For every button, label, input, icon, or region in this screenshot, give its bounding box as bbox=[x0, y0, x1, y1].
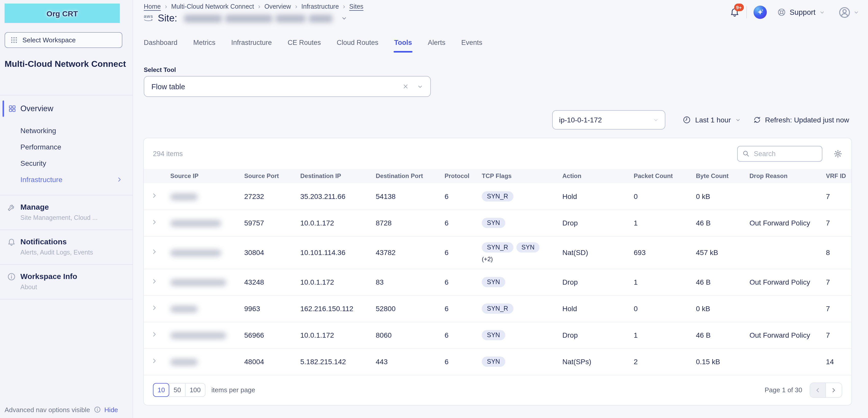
row-expand-icon[interactable] bbox=[151, 248, 158, 255]
breadcrumb-item-infrastructure[interactable]: Infrastructure bbox=[301, 3, 339, 10]
cell-destination-ip: 10.0.1.172 bbox=[292, 269, 368, 295]
page-size-100[interactable]: 100 bbox=[185, 383, 205, 397]
tab-infrastructure[interactable]: Infrastructure bbox=[231, 39, 272, 53]
cell-source-port: 48004 bbox=[236, 348, 292, 375]
support-menu[interactable]: Support bbox=[777, 8, 825, 17]
sidebar-item-performance[interactable]: Performance bbox=[0, 139, 132, 155]
column-header-source-port[interactable]: Source Port bbox=[236, 169, 292, 183]
column-header-packet-count[interactable]: Packet Count bbox=[626, 169, 688, 183]
tab-metrics[interactable]: Metrics bbox=[193, 39, 215, 53]
hide-nav-link[interactable]: Hide bbox=[104, 406, 118, 413]
site-name-redacted bbox=[184, 14, 332, 22]
column-header-destination-port[interactable]: Destination Port bbox=[368, 169, 436, 183]
sidebar-item-infrastructure[interactable]: Infrastructure bbox=[0, 171, 132, 188]
notifications-bell-icon[interactable]: 9+ bbox=[729, 7, 740, 17]
refresh-button[interactable]: Refresh: Updated just now bbox=[753, 116, 849, 124]
cell-protocol: 6 bbox=[436, 183, 474, 210]
section-title: Manage bbox=[21, 202, 127, 212]
cell-packet-count: 1 bbox=[626, 269, 688, 295]
column-header-source-ip[interactable]: Source IP bbox=[162, 169, 236, 183]
chevron-down-icon[interactable] bbox=[341, 15, 347, 22]
cell-action: Nat(SPs) bbox=[554, 348, 626, 375]
sidebar-divider bbox=[0, 95, 132, 95]
cell-vrf-id: 7 bbox=[818, 295, 851, 322]
tab-cloud-routes[interactable]: Cloud Routes bbox=[337, 39, 378, 53]
page-size-50[interactable]: 50 bbox=[169, 383, 186, 397]
tab-tools[interactable]: Tools bbox=[394, 39, 412, 53]
cell-destination-ip: 162.216.150.112 bbox=[292, 295, 368, 322]
sidebar-item-security[interactable]: Security bbox=[0, 155, 132, 171]
row-expand-icon[interactable] bbox=[151, 219, 158, 226]
column-header-drop-reason[interactable]: Drop Reason bbox=[741, 169, 818, 183]
section-title: Notifications bbox=[21, 237, 127, 247]
tool-select-value: Flow table bbox=[151, 82, 402, 91]
wrench-icon bbox=[7, 203, 16, 212]
header-actions: 9+ Support bbox=[729, 6, 859, 19]
cell-byte-count: 0 kB bbox=[688, 183, 741, 210]
column-header-vrf-id[interactable]: VRF ID bbox=[818, 169, 851, 183]
sidebar-item-notifications[interactable]: NotificationsAlerts, Audit Logs, Events bbox=[0, 230, 132, 264]
user-menu[interactable] bbox=[838, 6, 859, 19]
sidebar-item-overview[interactable]: Overview bbox=[0, 100, 132, 117]
cell-tcp-flags: SYN_RSYN(+2) bbox=[474, 236, 554, 269]
tcp-flag-badge: SYN bbox=[482, 330, 505, 340]
cell-tcp-flags: SYN bbox=[474, 322, 554, 348]
tab-ce-routes[interactable]: CE Routes bbox=[287, 39, 321, 53]
gear-icon[interactable] bbox=[833, 149, 842, 158]
column-header-action[interactable]: Action bbox=[554, 169, 626, 183]
row-expand-icon[interactable] bbox=[151, 358, 158, 364]
chevron-down-icon bbox=[853, 9, 859, 15]
next-page-button[interactable] bbox=[826, 383, 841, 397]
tab-alerts[interactable]: Alerts bbox=[428, 39, 445, 53]
sidebar-footer: Advanced nav options visible Hide bbox=[5, 406, 118, 413]
search-box bbox=[737, 146, 822, 161]
sidebar-item-workspace-info[interactable]: Workspace InfoAbout bbox=[0, 264, 132, 299]
sidebar-item-manage[interactable]: ManageSite Management, Cloud ... bbox=[0, 195, 132, 230]
tcp-flag-badge: SYN bbox=[482, 277, 505, 287]
tcp-flag-badge: SYN bbox=[482, 357, 505, 367]
column-header-protocol[interactable]: Protocol bbox=[436, 169, 474, 183]
cell-action: Nat(SD) bbox=[554, 236, 626, 269]
flow-table-card: 294 items Source IPSource PortDestinatio… bbox=[143, 138, 852, 405]
cell-source-port: 30804 bbox=[236, 236, 292, 269]
redacted-source-ip bbox=[170, 332, 226, 339]
expander-column-header bbox=[144, 169, 162, 183]
refresh-status: Refresh: Updated just now bbox=[765, 116, 849, 124]
row-expand-icon[interactable] bbox=[151, 192, 158, 199]
cell-destination-ip: 10.0.1.172 bbox=[292, 210, 368, 236]
items-per-page-label: items per page bbox=[211, 386, 765, 394]
org-button[interactable]: Org CRT bbox=[5, 4, 120, 23]
cell-drop-reason bbox=[741, 183, 818, 210]
breadcrumb-item-home[interactable]: Home bbox=[144, 3, 161, 10]
cell-protocol: 6 bbox=[436, 322, 474, 348]
cell-vrf-id: 8 bbox=[818, 236, 851, 269]
table-row: 9963162.216.150.112528006SYN_RHold00 kB7 bbox=[144, 295, 851, 322]
column-header-tcp-flags[interactable]: TCP Flags bbox=[474, 169, 554, 183]
select-workspace-button[interactable]: Select Workspace bbox=[5, 32, 122, 48]
row-expand-icon[interactable] bbox=[151, 304, 158, 311]
workspace-title: Multi-Cloud Network Connect bbox=[5, 58, 126, 70]
node-select[interactable]: ip-10-0-1-172 bbox=[552, 110, 665, 129]
select-workspace-label: Select Workspace bbox=[23, 36, 76, 44]
overview-subitems: NetworkingPerformanceSecurityInfrastruct… bbox=[0, 122, 132, 188]
cell-destination-port: 83 bbox=[368, 269, 436, 295]
sidebar-item-networking[interactable]: Networking bbox=[0, 122, 132, 139]
site-title-row: aws Site: bbox=[144, 13, 347, 24]
row-expand-icon[interactable] bbox=[151, 331, 158, 338]
search-input[interactable] bbox=[753, 149, 817, 158]
tab-events[interactable]: Events bbox=[461, 39, 482, 53]
breadcrumb-item-multi-cloud-network-connect[interactable]: Multi-Cloud Network Connect bbox=[171, 3, 254, 10]
breadcrumb-item-overview[interactable]: Overview bbox=[265, 3, 291, 10]
ai-assistant-icon[interactable] bbox=[753, 6, 767, 19]
node-select-value: ip-10-0-1-172 bbox=[559, 116, 653, 124]
row-expand-icon[interactable] bbox=[151, 278, 158, 285]
tool-select[interactable]: Flow table bbox=[144, 76, 431, 97]
page-size-10[interactable]: 10 bbox=[153, 383, 169, 397]
time-range-select[interactable]: Last 1 hour bbox=[683, 116, 741, 124]
prev-page-button[interactable] bbox=[810, 383, 826, 397]
breadcrumb-item-sites[interactable]: Sites bbox=[349, 3, 364, 10]
column-header-byte-count[interactable]: Byte Count bbox=[688, 169, 741, 183]
tab-dashboard[interactable]: Dashboard bbox=[144, 39, 178, 53]
column-header-destination-ip[interactable]: Destination IP bbox=[292, 169, 368, 183]
clear-icon[interactable] bbox=[402, 83, 409, 90]
